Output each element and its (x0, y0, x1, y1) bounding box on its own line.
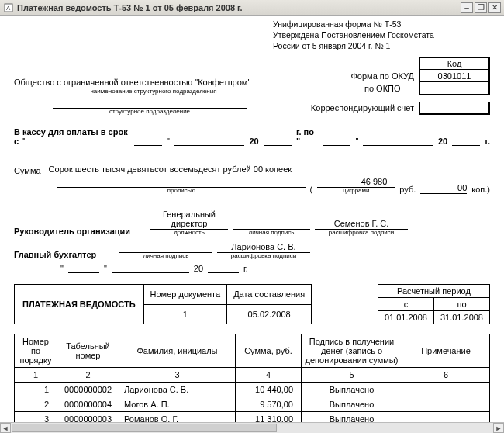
horizontal-scrollbar[interactable]: ◄ ► (0, 422, 504, 433)
col-note-header: Примечание (402, 334, 490, 368)
accountant-signer-row: Главный бухгалтер личная подпись Ларионо… (14, 242, 490, 259)
app-icon: A (3, 2, 14, 13)
cash-to-year (452, 135, 480, 146)
doc-date-value: 05.02.2008 (227, 304, 312, 324)
cash-from-month (174, 135, 245, 146)
col-sign-header: Подпись в получении денег (запись о депо… (302, 334, 402, 368)
svg-text:A: A (6, 5, 11, 12)
table-row: 30000000003Романов О. Г.11 310,00Выплаче… (15, 412, 490, 422)
cell-num: 1 (15, 383, 57, 397)
table-row: 20000000004Могов А. П.9 570,00Выплачено (15, 397, 490, 412)
cell-note (402, 383, 490, 397)
cell-num: 2 (15, 397, 57, 412)
cash-period-prefix: В кассу для оплаты в срок с " (14, 127, 129, 146)
head-signature (233, 219, 310, 230)
subunit-sublabel: структурное подразделение (53, 108, 247, 115)
cash-to-month (363, 135, 433, 146)
cell-fio: Могов А. П. (119, 397, 236, 412)
cell-sum: 10 440,00 (236, 383, 302, 397)
close-button[interactable]: ✕ (488, 2, 501, 13)
sum-words-cont (57, 177, 306, 188)
window-titlebar: A Платежная ведомость Т-53 № 1 от 05 фев… (0, 0, 504, 16)
col-sum-header: Сумма, руб. (236, 334, 302, 368)
doc-title-table: ПЛАТЕЖНАЯ ВЕДОМОСТЬ Номер документа Дата… (14, 284, 312, 324)
okud-value: 0301011 (419, 70, 489, 82)
form-header-line1: Унифицированная форма № Т-53 (273, 19, 490, 29)
cell-note (402, 397, 490, 412)
sum-kop: 00 (420, 183, 467, 194)
sum-rub-unit: руб. (399, 185, 416, 194)
period-table: Расчетный период с по 01.01.2008 31.01.2… (378, 284, 490, 324)
doc-date-header: Дата составления (227, 285, 312, 305)
employees-table: Номер по порядку Табельный номер Фамилия… (14, 334, 490, 422)
period-to-header: по (433, 298, 489, 311)
accountant-signature (119, 242, 212, 253)
codes-table: Код Форма по ОКУД 0301011 по ОКПО (347, 57, 491, 95)
cash-from-day (134, 135, 162, 146)
accountant-label: Главный бухгалтер (14, 250, 115, 259)
cell-fio: Ларионова С. В. (119, 383, 236, 397)
sum-label: Сумма (14, 166, 41, 175)
date-day (68, 262, 99, 273)
organization-name: Общество с ограниченной ответственностью… (14, 78, 293, 88)
col-num-header: Номер по порядку (15, 334, 57, 368)
window-title: Платежная ведомость Т-53 № 1 от 05 февра… (17, 3, 459, 12)
head-position: директор (150, 219, 228, 230)
period-header: Расчетный период (378, 285, 489, 298)
date-year (208, 262, 239, 273)
restore-button[interactable]: ❐ (475, 2, 487, 13)
form-header-line3: России от 5 января 2004 г. № 1 (273, 40, 490, 51)
cash-period-line: В кассу для оплаты в срок с " " 20 г. по… (14, 127, 490, 146)
minimize-button[interactable]: – (461, 2, 473, 13)
cash-from-year (264, 135, 292, 146)
head-pos-top: Генеральный (163, 210, 216, 219)
date-month (112, 262, 189, 273)
table-row: 10000000002Ларионова С. В.10 440,00Выпла… (15, 383, 490, 397)
cell-tab: 0000000004 (57, 397, 119, 412)
scroll-right-button[interactable]: ► (493, 423, 504, 433)
head-label: Руководитель организации (14, 227, 146, 236)
doc-num-value: 1 (143, 304, 227, 324)
sum-words: Сорок шесть тысяч девятьсот восемьдесят … (46, 165, 490, 175)
cell-tab: 0000000003 (57, 412, 119, 422)
sum-line: Сумма Сорок шесть тысяч девятьсот восемь… (14, 165, 490, 175)
document-body: Унифицированная форма № Т-53 Утверждена … (0, 16, 504, 422)
document-info-block: ПЛАТЕЖНАЯ ВЕДОМОСТЬ Номер документа Дата… (14, 284, 490, 324)
subunit-value (53, 98, 247, 109)
kod-header: Код (419, 57, 489, 70)
scroll-track[interactable] (11, 423, 493, 433)
scroll-left-button[interactable]: ◄ (0, 423, 11, 433)
corr-account-label: Корреспондирующий счет (306, 102, 419, 114)
organization-sublabel: наименование структурного подразделения (14, 88, 293, 95)
cell-sign: Выплачено (302, 397, 402, 412)
period-to-value: 31.01.2008 (433, 311, 489, 324)
cell-sign: Выплачено (302, 412, 402, 422)
col-tab-header: Табельный номер (57, 334, 119, 368)
head-name: Семенов Г. С. (315, 219, 408, 230)
accountant-name: Ларионова С. В. (217, 242, 310, 253)
col-fio-header: Фамилия, инициалы (119, 334, 236, 368)
sum-rub: 46 980 (317, 177, 395, 188)
small-date-row: " " 20 г. (60, 262, 490, 273)
cell-sign: Выплачено (302, 383, 402, 397)
cell-tab: 0000000002 (57, 383, 119, 397)
cell-fio: Романов О. Г. (119, 412, 236, 422)
doc-num-header: Номер документа (143, 285, 227, 305)
scroll-thumb[interactable] (12, 424, 277, 432)
head-signer-row: Руководитель организации Генеральный дир… (14, 210, 490, 236)
sum-words-sublabel: прописью (57, 187, 306, 194)
okud-label: Форма по ОКУД (347, 70, 420, 82)
period-from-value: 01.01.2008 (378, 311, 433, 324)
document-viewport[interactable]: Унифицированная форма № Т-53 Утверждена … (0, 16, 504, 422)
form-header-line2: Утверждена Постановлением Госкомстата (273, 29, 490, 40)
doc-title: ПЛАТЕЖНАЯ ВЕДОМОСТЬ (15, 285, 144, 324)
cell-note (402, 412, 490, 422)
sum-kop-unit: коп.) (471, 185, 490, 194)
form-standard-header: Унифицированная форма № Т-53 Утверждена … (273, 19, 490, 52)
okpo-label: по ОКПО (347, 82, 420, 95)
cell-num: 3 (15, 412, 57, 422)
cash-to-day (323, 135, 350, 146)
sum-num-sublabel: цифрами (317, 187, 395, 194)
cell-sum: 9 570,00 (236, 397, 302, 412)
corr-account-value (419, 102, 489, 114)
